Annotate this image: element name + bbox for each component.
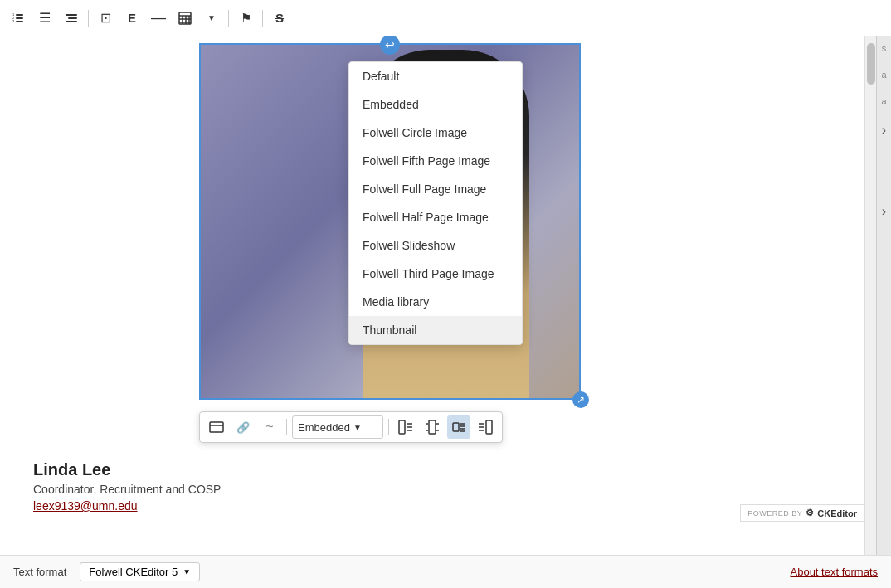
svg-rect-32 [486, 420, 492, 434]
editor-content-area: ↩ ↗ 🔗 ~ Embedded [0, 36, 876, 555]
image-alt-button[interactable]: ~ [258, 415, 281, 439]
svg-rect-16 [210, 422, 223, 432]
chevron-down-icon-bottom: ▼ [183, 567, 191, 576]
text-format-dropdown[interactable]: Folwell CKEditor 5 ▼ [80, 562, 200, 581]
editor-scrollbar[interactable] [864, 36, 876, 555]
svg-rect-27 [453, 423, 459, 431]
dropdown-item-thumbnail[interactable]: Thumbnail [349, 316, 522, 344]
list-unordered-button[interactable]: ☰ [33, 7, 56, 30]
svg-rect-7 [68, 17, 77, 19]
ordered-list-button[interactable]: 1 2 3 [7, 7, 30, 30]
flag-button[interactable]: ⚑ [234, 7, 257, 30]
svg-rect-22 [429, 420, 436, 434]
dropdown-item-folwell-half[interactable]: Folwell Half Page Image [349, 203, 522, 231]
dropdown-item-folwell-third[interactable]: Folwell Third Page Image [349, 260, 522, 288]
table-dropdown-button[interactable]: ▼ [200, 7, 223, 30]
table-button[interactable] [173, 7, 197, 30]
image-style-dropdown[interactable]: Embedded ▼ [292, 415, 383, 439]
svg-rect-6 [66, 14, 77, 16]
media-embed-button[interactable]: ⊡ [94, 7, 117, 30]
dropdown-item-folwell-slideshow[interactable]: Folwell Slideshow [349, 231, 522, 260]
person-name: Linda Lee [33, 460, 843, 479]
sidebar-arrow-right-1[interactable]: › [882, 123, 886, 138]
align-right-button[interactable] [474, 415, 497, 439]
image-style-value: Embedded [298, 421, 350, 434]
img-sep-2 [388, 419, 389, 435]
hr-button[interactable]: — [147, 7, 170, 30]
dropdown-item-default[interactable]: Default [349, 62, 522, 90]
align-center-button[interactable] [421, 415, 444, 439]
text-format-label: Text format [13, 566, 66, 578]
dropdown-item-folwell-fifth[interactable]: Folwell Fifth Page Image [349, 147, 522, 175]
editor-toolbar: 1 2 3 ☰ ⊡ E — ▼ ⚑ S [0, 0, 891, 36]
sidebar-text-s: s [882, 43, 887, 53]
ckeditor-powered-label: POWERED BY [747, 509, 802, 518]
image-toolbar: 🔗 ~ Embedded ▼ [199, 411, 503, 443]
svg-rect-0 [16, 14, 23, 16]
chevron-down-icon: ▼ [353, 423, 377, 432]
bottom-bar: Text format Folwell CKEditor 5 ▼ About t… [0, 555, 891, 588]
separator-2 [228, 10, 229, 27]
dropdown-item-folwell-full[interactable]: Folwell Full Page Image [349, 175, 522, 203]
bold-e-button[interactable]: E [120, 7, 144, 30]
text-format-value: Folwell CKEditor 5 [89, 566, 178, 578]
sidebar-text-a2: a [881, 96, 886, 106]
strikethrough-s-button[interactable]: S [268, 7, 291, 30]
image-link-button[interactable]: 🔗 [231, 415, 255, 439]
img-sep-1 [286, 419, 287, 435]
svg-text:3: 3 [12, 19, 15, 23]
person-email[interactable]: leex9139@umn.edu [33, 499, 843, 513]
dropdown-item-folwell-circle[interactable]: Folwell Circle Image [349, 119, 522, 147]
separator-3 [262, 10, 263, 27]
editor-scrollbar-thumb[interactable] [867, 43, 875, 85]
ckeditor-brand: CKEditor [817, 508, 857, 518]
sidebar-arrow-right-2[interactable]: › [882, 204, 886, 219]
ckeditor-watermark: POWERED BY ⚙ CKEditor [740, 504, 864, 522]
svg-rect-8 [66, 21, 77, 22]
image-resize-handle[interactable]: ↗ [572, 391, 589, 408]
person-title: Coordinator, Recruitment and COSP [33, 483, 843, 496]
dropdown-item-media-library[interactable]: Media library [349, 288, 522, 316]
about-text-formats-link[interactable]: About text formats [791, 566, 879, 578]
align-left-button[interactable] [394, 415, 417, 439]
image-display-button[interactable] [205, 415, 228, 439]
outer-right-panel: s a a › › [876, 36, 891, 555]
svg-rect-2 [16, 21, 23, 22]
svg-rect-1 [16, 17, 23, 19]
dropdown-item-embedded[interactable]: Embedded [349, 90, 522, 119]
align-inline-button[interactable] [447, 415, 470, 439]
sidebar-text-a1: a [881, 70, 886, 80]
indent-button[interactable] [60, 7, 83, 30]
separator-1 [88, 10, 89, 27]
svg-rect-18 [399, 420, 405, 434]
image-style-dropdown-menu: Default Embedded Folwell Circle Image Fo… [348, 61, 523, 345]
ckeditor-logo-icon: ⚙ [806, 508, 814, 518]
